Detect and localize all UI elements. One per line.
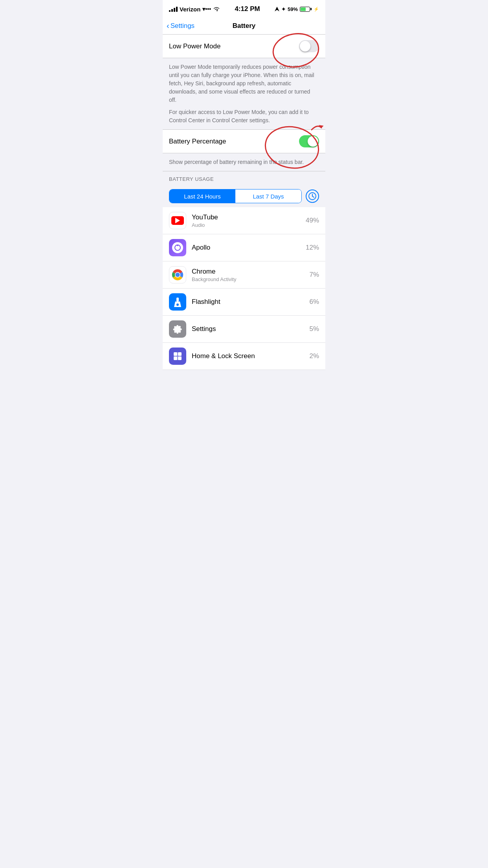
chrome-app-icon xyxy=(169,266,186,283)
settings-gear-icon xyxy=(172,324,183,335)
battery-percent-label: 59% xyxy=(288,6,298,12)
status-bar: Verizon ▾••• 4:12 PM ✦ 59% ⚡ xyxy=(163,0,325,17)
back-button[interactable]: ‹ Settings xyxy=(167,21,194,30)
nav-bar: ‹ Settings Battery xyxy=(163,17,325,35)
period-selector-wrapper: Last 24 Hours Last 7 Days xyxy=(163,185,325,207)
settings-app-name: Settings xyxy=(192,325,304,333)
clock-icon xyxy=(308,192,316,200)
youtube-app-info: YouTube Audio xyxy=(192,213,300,228)
app-list: YouTube Audio 49% Apollo 12% xyxy=(163,207,325,370)
battery-icon xyxy=(300,7,312,12)
charging-bolt-icon: ⚡ xyxy=(314,7,319,12)
back-label: Settings xyxy=(171,22,194,30)
home-app-name: Home & Lock Screen xyxy=(192,352,304,360)
status-time: 4:12 PM xyxy=(235,5,260,13)
low-power-mode-label: Low Power Mode xyxy=(169,42,220,50)
app-row-apollo[interactable]: Apollo 12% xyxy=(163,234,325,261)
battery-percentage-description: Show percentage of battery remaining in … xyxy=(163,153,325,171)
settings-app-info: Settings xyxy=(192,325,304,333)
svg-rect-17 xyxy=(174,352,177,356)
youtube-app-percent: 49% xyxy=(306,217,319,224)
period-24h-button[interactable]: Last 24 Hours xyxy=(169,189,235,203)
flashlight-icon-svg xyxy=(172,297,183,307)
toggle-knob-2 xyxy=(308,136,318,147)
carrier-label: Verizon xyxy=(180,6,200,13)
apollo-icon-inner xyxy=(172,242,183,253)
svg-marker-0 xyxy=(275,7,279,11)
apollo-app-name: Apollo xyxy=(192,244,300,252)
home-icon-svg xyxy=(172,351,183,361)
home-app-icon xyxy=(169,348,186,365)
clock-button[interactable] xyxy=(306,189,319,203)
app-row-youtube[interactable]: YouTube Audio 49% xyxy=(163,207,325,234)
apollo-app-percent: 12% xyxy=(306,244,319,252)
period-selector: Last 24 Hours Last 7 Days xyxy=(169,189,302,203)
battery-percentage-section: Battery Percentage xyxy=(163,130,325,153)
flashlight-app-icon xyxy=(169,293,186,311)
low-power-mode-description: Low Power Mode temporarily reduces power… xyxy=(163,58,325,130)
bluetooth-icon: ✦ xyxy=(281,6,286,12)
wifi-icon: ▾••• xyxy=(202,6,211,12)
location-icon xyxy=(275,7,279,11)
apollo-app-info: Apollo xyxy=(192,244,300,252)
home-app-percent: 2% xyxy=(309,352,319,360)
flashlight-app-percent: 6% xyxy=(309,298,319,306)
wifi-icon-svg xyxy=(213,6,220,12)
battery-percentage-row: Battery Percentage xyxy=(163,130,325,153)
youtube-app-icon xyxy=(169,212,186,229)
back-chevron-icon: ‹ xyxy=(167,21,169,30)
svg-point-12 xyxy=(176,273,180,277)
apollo-app-icon xyxy=(169,239,186,256)
status-right: ✦ 59% ⚡ xyxy=(275,6,319,12)
svg-rect-19 xyxy=(174,357,177,360)
low-power-mode-row: Low Power Mode xyxy=(163,35,325,58)
battery-percentage-desc-text: Show percentage of battery remaining in … xyxy=(169,158,319,166)
app-row-settings[interactable]: Settings 5% xyxy=(163,316,325,343)
page-title: Battery xyxy=(233,22,256,30)
low-power-mode-toggle[interactable] xyxy=(299,40,319,52)
svg-point-15 xyxy=(176,303,179,306)
app-row-home-lock[interactable]: Home & Lock Screen 2% xyxy=(163,343,325,370)
svg-line-6 xyxy=(312,196,314,197)
period-7d-button[interactable]: Last 7 Days xyxy=(235,189,301,203)
signal-bars xyxy=(169,7,178,12)
svg-rect-13 xyxy=(176,298,179,302)
flashlight-app-name: Flashlight xyxy=(192,298,304,306)
svg-point-8 xyxy=(177,245,178,246)
home-app-info: Home & Lock Screen xyxy=(192,352,304,360)
app-row-flashlight[interactable]: Flashlight 6% xyxy=(163,289,325,316)
svg-rect-18 xyxy=(178,352,182,356)
chrome-app-percent: 7% xyxy=(309,271,319,279)
settings-app-icon xyxy=(169,320,186,338)
youtube-app-subtitle: Audio xyxy=(192,222,300,228)
toggle-knob xyxy=(300,41,310,51)
low-power-description-1: Low Power Mode temporarily reduces power… xyxy=(169,63,319,104)
chrome-app-subtitle: Background Activity xyxy=(192,276,304,282)
svg-rect-20 xyxy=(178,357,182,360)
battery-usage-header: BATTERY USAGE xyxy=(163,171,325,185)
battery-percentage-label: Battery Percentage xyxy=(169,138,226,145)
settings-app-percent: 5% xyxy=(309,325,319,333)
status-left: Verizon ▾••• xyxy=(169,6,220,13)
low-power-description-2: For quicker access to Low Power Mode, yo… xyxy=(169,108,319,125)
chrome-app-info: Chrome Background Activity xyxy=(192,268,304,282)
chrome-app-name: Chrome xyxy=(192,268,304,276)
youtube-app-name: YouTube xyxy=(192,213,300,221)
flashlight-app-info: Flashlight xyxy=(192,298,304,306)
app-row-chrome[interactable]: Chrome Background Activity 7% xyxy=(163,261,325,289)
low-power-mode-section: Low Power Mode xyxy=(163,35,325,58)
battery-percentage-toggle[interactable] xyxy=(299,135,319,147)
